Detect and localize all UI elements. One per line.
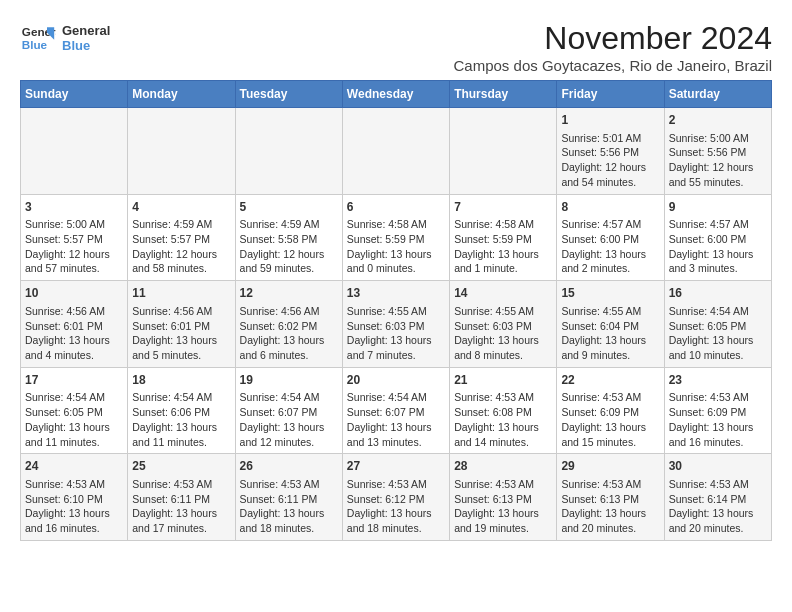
cell-content: Sunrise: 4:59 AMSunset: 5:57 PMDaylight:… bbox=[132, 217, 230, 276]
page-header: General Blue General Blue November 2024 … bbox=[20, 20, 772, 74]
cell-content: Sunrise: 4:53 AMSunset: 6:13 PMDaylight:… bbox=[561, 477, 659, 536]
day-number: 1 bbox=[561, 112, 659, 129]
day-number: 27 bbox=[347, 458, 445, 475]
table-row: 17Sunrise: 4:54 AMSunset: 6:05 PMDayligh… bbox=[21, 367, 128, 454]
cell-content: Sunrise: 4:54 AMSunset: 6:07 PMDaylight:… bbox=[347, 390, 445, 449]
header-tuesday: Tuesday bbox=[235, 81, 342, 108]
table-row: 21Sunrise: 4:53 AMSunset: 6:08 PMDayligh… bbox=[450, 367, 557, 454]
day-number: 11 bbox=[132, 285, 230, 302]
cell-content: Sunrise: 4:53 AMSunset: 6:14 PMDaylight:… bbox=[669, 477, 767, 536]
table-row: 20Sunrise: 4:54 AMSunset: 6:07 PMDayligh… bbox=[342, 367, 449, 454]
table-row: 2Sunrise: 5:00 AMSunset: 5:56 PMDaylight… bbox=[664, 108, 771, 195]
cell-content: Sunrise: 4:57 AMSunset: 6:00 PMDaylight:… bbox=[561, 217, 659, 276]
cell-content: Sunrise: 4:54 AMSunset: 6:06 PMDaylight:… bbox=[132, 390, 230, 449]
cell-content: Sunrise: 4:55 AMSunset: 6:03 PMDaylight:… bbox=[347, 304, 445, 363]
day-number: 23 bbox=[669, 372, 767, 389]
table-row bbox=[21, 108, 128, 195]
calendar-week-row: 24Sunrise: 4:53 AMSunset: 6:10 PMDayligh… bbox=[21, 454, 772, 541]
header-sunday: Sunday bbox=[21, 81, 128, 108]
table-row bbox=[342, 108, 449, 195]
day-number: 2 bbox=[669, 112, 767, 129]
header-wednesday: Wednesday bbox=[342, 81, 449, 108]
svg-text:Blue: Blue bbox=[22, 38, 48, 51]
table-row: 30Sunrise: 4:53 AMSunset: 6:14 PMDayligh… bbox=[664, 454, 771, 541]
day-number: 3 bbox=[25, 199, 123, 216]
day-number: 22 bbox=[561, 372, 659, 389]
table-row: 1Sunrise: 5:01 AMSunset: 5:56 PMDaylight… bbox=[557, 108, 664, 195]
day-number: 14 bbox=[454, 285, 552, 302]
day-number: 13 bbox=[347, 285, 445, 302]
cell-content: Sunrise: 4:53 AMSunset: 6:09 PMDaylight:… bbox=[669, 390, 767, 449]
day-number: 9 bbox=[669, 199, 767, 216]
day-number: 16 bbox=[669, 285, 767, 302]
cell-content: Sunrise: 4:56 AMSunset: 6:01 PMDaylight:… bbox=[132, 304, 230, 363]
month-title: November 2024 bbox=[454, 20, 772, 57]
cell-content: Sunrise: 4:53 AMSunset: 6:11 PMDaylight:… bbox=[240, 477, 338, 536]
table-row: 19Sunrise: 4:54 AMSunset: 6:07 PMDayligh… bbox=[235, 367, 342, 454]
day-number: 29 bbox=[561, 458, 659, 475]
day-number: 19 bbox=[240, 372, 338, 389]
calendar-table: Sunday Monday Tuesday Wednesday Thursday… bbox=[20, 80, 772, 541]
cell-content: Sunrise: 4:53 AMSunset: 6:10 PMDaylight:… bbox=[25, 477, 123, 536]
cell-content: Sunrise: 5:01 AMSunset: 5:56 PMDaylight:… bbox=[561, 131, 659, 190]
cell-content: Sunrise: 4:59 AMSunset: 5:58 PMDaylight:… bbox=[240, 217, 338, 276]
cell-content: Sunrise: 4:53 AMSunset: 6:12 PMDaylight:… bbox=[347, 477, 445, 536]
header-saturday: Saturday bbox=[664, 81, 771, 108]
header-monday: Monday bbox=[128, 81, 235, 108]
day-number: 7 bbox=[454, 199, 552, 216]
cell-content: Sunrise: 4:58 AMSunset: 5:59 PMDaylight:… bbox=[347, 217, 445, 276]
table-row bbox=[235, 108, 342, 195]
calendar-week-row: 17Sunrise: 4:54 AMSunset: 6:05 PMDayligh… bbox=[21, 367, 772, 454]
day-number: 17 bbox=[25, 372, 123, 389]
table-row: 23Sunrise: 4:53 AMSunset: 6:09 PMDayligh… bbox=[664, 367, 771, 454]
cell-content: Sunrise: 4:55 AMSunset: 6:04 PMDaylight:… bbox=[561, 304, 659, 363]
table-row: 5Sunrise: 4:59 AMSunset: 5:58 PMDaylight… bbox=[235, 194, 342, 281]
day-number: 25 bbox=[132, 458, 230, 475]
day-number: 20 bbox=[347, 372, 445, 389]
day-number: 5 bbox=[240, 199, 338, 216]
day-number: 4 bbox=[132, 199, 230, 216]
table-row: 16Sunrise: 4:54 AMSunset: 6:05 PMDayligh… bbox=[664, 281, 771, 368]
table-row: 26Sunrise: 4:53 AMSunset: 6:11 PMDayligh… bbox=[235, 454, 342, 541]
table-row: 12Sunrise: 4:56 AMSunset: 6:02 PMDayligh… bbox=[235, 281, 342, 368]
cell-content: Sunrise: 4:54 AMSunset: 6:07 PMDaylight:… bbox=[240, 390, 338, 449]
header-friday: Friday bbox=[557, 81, 664, 108]
table-row: 9Sunrise: 4:57 AMSunset: 6:00 PMDaylight… bbox=[664, 194, 771, 281]
header-thursday: Thursday bbox=[450, 81, 557, 108]
cell-content: Sunrise: 4:54 AMSunset: 6:05 PMDaylight:… bbox=[669, 304, 767, 363]
calendar-week-row: 1Sunrise: 5:01 AMSunset: 5:56 PMDaylight… bbox=[21, 108, 772, 195]
table-row: 7Sunrise: 4:58 AMSunset: 5:59 PMDaylight… bbox=[450, 194, 557, 281]
calendar-week-row: 10Sunrise: 4:56 AMSunset: 6:01 PMDayligh… bbox=[21, 281, 772, 368]
day-number: 30 bbox=[669, 458, 767, 475]
cell-content: Sunrise: 4:58 AMSunset: 5:59 PMDaylight:… bbox=[454, 217, 552, 276]
table-row: 15Sunrise: 4:55 AMSunset: 6:04 PMDayligh… bbox=[557, 281, 664, 368]
cell-content: Sunrise: 4:55 AMSunset: 6:03 PMDaylight:… bbox=[454, 304, 552, 363]
cell-content: Sunrise: 4:54 AMSunset: 6:05 PMDaylight:… bbox=[25, 390, 123, 449]
day-number: 24 bbox=[25, 458, 123, 475]
table-row: 27Sunrise: 4:53 AMSunset: 6:12 PMDayligh… bbox=[342, 454, 449, 541]
cell-content: Sunrise: 5:00 AMSunset: 5:57 PMDaylight:… bbox=[25, 217, 123, 276]
weekday-header-row: Sunday Monday Tuesday Wednesday Thursday… bbox=[21, 81, 772, 108]
day-number: 26 bbox=[240, 458, 338, 475]
table-row: 13Sunrise: 4:55 AMSunset: 6:03 PMDayligh… bbox=[342, 281, 449, 368]
location-title: Campos dos Goytacazes, Rio de Janeiro, B… bbox=[454, 57, 772, 74]
cell-content: Sunrise: 4:57 AMSunset: 6:00 PMDaylight:… bbox=[669, 217, 767, 276]
table-row: 28Sunrise: 4:53 AMSunset: 6:13 PMDayligh… bbox=[450, 454, 557, 541]
table-row: 11Sunrise: 4:56 AMSunset: 6:01 PMDayligh… bbox=[128, 281, 235, 368]
table-row: 4Sunrise: 4:59 AMSunset: 5:57 PMDaylight… bbox=[128, 194, 235, 281]
calendar-week-row: 3Sunrise: 5:00 AMSunset: 5:57 PMDaylight… bbox=[21, 194, 772, 281]
cell-content: Sunrise: 4:56 AMSunset: 6:01 PMDaylight:… bbox=[25, 304, 123, 363]
cell-content: Sunrise: 4:53 AMSunset: 6:08 PMDaylight:… bbox=[454, 390, 552, 449]
cell-content: Sunrise: 5:00 AMSunset: 5:56 PMDaylight:… bbox=[669, 131, 767, 190]
cell-content: Sunrise: 4:53 AMSunset: 6:11 PMDaylight:… bbox=[132, 477, 230, 536]
table-row bbox=[450, 108, 557, 195]
day-number: 18 bbox=[132, 372, 230, 389]
day-number: 15 bbox=[561, 285, 659, 302]
logo-general: General bbox=[62, 23, 110, 38]
day-number: 8 bbox=[561, 199, 659, 216]
day-number: 28 bbox=[454, 458, 552, 475]
table-row: 8Sunrise: 4:57 AMSunset: 6:00 PMDaylight… bbox=[557, 194, 664, 281]
table-row: 29Sunrise: 4:53 AMSunset: 6:13 PMDayligh… bbox=[557, 454, 664, 541]
table-row: 14Sunrise: 4:55 AMSunset: 6:03 PMDayligh… bbox=[450, 281, 557, 368]
day-number: 12 bbox=[240, 285, 338, 302]
